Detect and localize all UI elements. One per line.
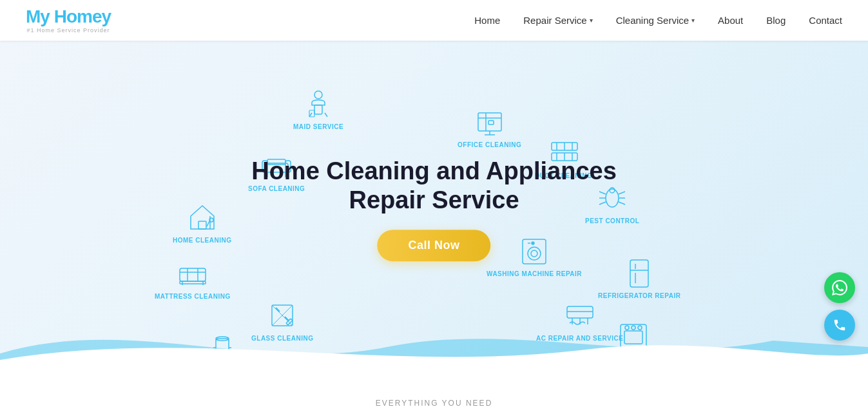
explore-title: Explore Our Services	[0, 414, 868, 418]
navbar: My Homey #1 Home Service Provider Home R…	[0, 0, 868, 41]
service-maid: MAID SERVICE	[293, 87, 343, 130]
svg-rect-1	[314, 105, 322, 114]
nav-link-repair[interactable]: Repair Service ▾	[523, 15, 592, 26]
nav-item-repair[interactable]: Repair Service ▾	[523, 15, 592, 26]
nav-item-blog[interactable]: Blog	[766, 15, 786, 26]
home-icon	[186, 201, 219, 234]
maid-icon	[302, 87, 335, 121]
below-hero-section: EVERYTHING YOU NEED Explore Our Services	[0, 373, 868, 418]
call-now-button[interactable]: Call Now	[377, 230, 490, 261]
maid-label: MAID SERVICE	[293, 123, 343, 130]
logo[interactable]: My Homey #1 Home Service Provider	[26, 8, 111, 34]
service-office: OFFICE CLEANING	[458, 105, 521, 148]
svg-rect-11	[180, 268, 206, 281]
svg-rect-15	[180, 281, 206, 284]
hero-section: MAID SERVICE SOFA CLEANING HOME CLEANING…	[0, 41, 868, 373]
service-mattress: MATTRESS CLEANING	[155, 257, 231, 300]
service-fridge: REFRIGERATOR REPAIR	[598, 256, 680, 299]
svg-rect-22	[478, 113, 501, 131]
hero-wave	[0, 315, 868, 373]
fab-container	[824, 272, 855, 341]
logo-name: My Homey	[26, 8, 111, 26]
nav-item-contact[interactable]: Contact	[809, 15, 842, 26]
svg-rect-49	[630, 260, 648, 287]
office-icon	[473, 105, 506, 139]
nav-item-home[interactable]: Home	[474, 15, 500, 26]
mattress-icon	[176, 257, 209, 290]
office-label: OFFICE CLEANING	[458, 141, 521, 148]
nav-link-home[interactable]: Home	[474, 15, 500, 26]
nav-link-cleaning[interactable]: Cleaning Service ▾	[616, 15, 695, 26]
washing-label: WASHING MACHINE REPAIR	[487, 270, 582, 277]
hero-content: Home Cleaning and Appliances Repair Serv…	[217, 157, 651, 261]
nav-item-cleaning[interactable]: Cleaning Service ▾	[616, 15, 695, 26]
nav-link-about[interactable]: About	[718, 15, 743, 26]
chevron-down-icon: ▾	[691, 17, 695, 24]
phone-fab[interactable]	[824, 310, 855, 341]
svg-rect-9	[198, 221, 206, 229]
tagline-small: EVERYTHING YOU NEED	[0, 399, 868, 408]
svg-point-0	[314, 91, 322, 99]
nav-link-contact[interactable]: Contact	[809, 15, 842, 26]
nav-links: Home Repair Service ▾ Cleaning Service ▾…	[474, 15, 842, 26]
nav-item-about[interactable]: About	[718, 15, 743, 26]
phone-icon	[833, 318, 847, 332]
logo-sub: #1 Home Service Provider	[26, 27, 111, 34]
svg-rect-25	[488, 121, 494, 124]
whatsapp-icon	[832, 280, 847, 295]
chevron-down-icon: ▾	[590, 17, 593, 24]
whatsapp-fab[interactable]	[824, 272, 855, 303]
hero-title: Home Cleaning and Appliances Repair Serv…	[217, 157, 651, 215]
nav-link-blog[interactable]: Blog	[766, 15, 786, 26]
mattress-label: MATTRESS CLEANING	[155, 293, 231, 300]
